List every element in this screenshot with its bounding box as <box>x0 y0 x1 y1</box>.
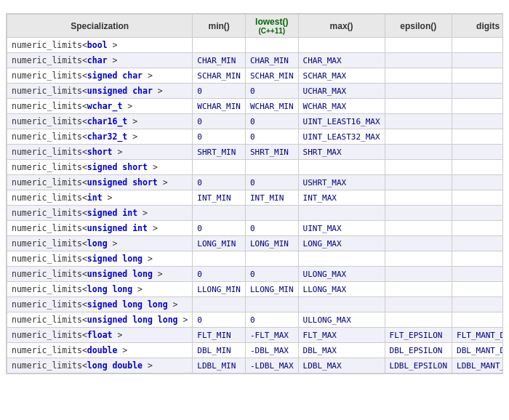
cell-epsilon <box>385 38 452 53</box>
cell-min: WCHAR_MIN <box>193 99 246 114</box>
cell-epsilon <box>385 160 452 175</box>
cell-min <box>193 160 246 175</box>
spec-cell: numeric_limits<char16_t > <box>7 114 193 129</box>
spec-cell: numeric_limits<int > <box>7 190 193 206</box>
cell-digits <box>452 190 503 206</box>
spec-cell: numeric_limits<wchar_t > <box>7 99 193 114</box>
cell-epsilon: DBL_EPSILON <box>385 343 452 358</box>
spec-cell: numeric_limits<bool > <box>7 38 193 53</box>
cell-digits: LDBL_MANT_DIG <box>452 358 503 373</box>
table-row: numeric_limits<short >SHRT_MINSHRT_MINSH… <box>7 145 504 160</box>
cell-digits <box>452 267 503 282</box>
cell-max: SCHAR_MAX <box>298 68 385 84</box>
cell-min: 0 <box>193 114 246 129</box>
spec-cell: numeric_limits<double > <box>7 343 193 358</box>
col-header-specialization: Specialization <box>7 15 193 38</box>
main-table-wrapper: Specialization min() lowest()(C++11) max… <box>6 13 503 374</box>
cell-lowest: -FLT_MAX <box>245 328 298 343</box>
cell-max: LLONG_MAX <box>298 282 385 297</box>
cell-epsilon <box>385 312 452 328</box>
cell-min: DBL_MIN <box>193 343 246 358</box>
cell-digits <box>452 145 503 160</box>
cell-lowest: LONG_MIN <box>245 236 298 251</box>
table-row: numeric_limits<double >DBL_MIN-DBL_MAXDB… <box>7 343 504 358</box>
cell-min <box>193 206 246 221</box>
cell-epsilon <box>385 190 452 206</box>
cell-lowest <box>245 38 298 53</box>
cell-digits <box>452 312 503 328</box>
cell-max <box>298 206 385 221</box>
cell-lowest: 0 <box>245 114 298 129</box>
table-row: numeric_limits<signed int > <box>7 206 504 221</box>
spec-cell: numeric_limits<long long > <box>7 282 193 297</box>
cell-lowest: SCHAR_MIN <box>245 68 298 84</box>
cell-epsilon <box>385 53 452 68</box>
cell-digits <box>452 38 503 53</box>
cell-max: UCHAR_MAX <box>298 84 385 99</box>
spec-cell: numeric_limits<float > <box>7 328 193 343</box>
col-header-epsilon: epsilon() <box>385 15 452 38</box>
table-row: numeric_limits<signed char >SCHAR_MINSCH… <box>7 68 504 84</box>
cell-epsilon: FLT_EPSILON <box>385 328 452 343</box>
table-row: numeric_limits<int >INT_MININT_MININT_MA… <box>7 190 504 206</box>
page-title <box>0 0 509 13</box>
cell-digits: FLT_MANT_DIG <box>452 328 503 343</box>
cell-min: 0 <box>193 312 246 328</box>
cell-min: CHAR_MIN <box>193 53 246 68</box>
cell-epsilon <box>385 68 452 84</box>
cell-min: LLONG_MIN <box>193 282 246 297</box>
cell-digits <box>452 282 503 297</box>
col-header-lowest: lowest()(C++11) <box>245 15 298 38</box>
spec-cell: numeric_limits<char > <box>7 53 193 68</box>
cell-max: CHAR_MAX <box>298 53 385 68</box>
table-row: numeric_limits<long long >LLONG_MINLLONG… <box>7 282 504 297</box>
cell-min: INT_MIN <box>193 190 246 206</box>
cell-lowest: 0 <box>245 312 298 328</box>
cell-epsilon <box>385 251 452 267</box>
table-row: numeric_limits<unsigned int >00UINT_MAX <box>7 221 504 236</box>
cell-digits <box>452 206 503 221</box>
cell-lowest <box>245 160 298 175</box>
cell-max: ULONG_MAX <box>298 267 385 282</box>
cell-epsilon <box>385 114 452 129</box>
cell-max: ULLONG_MAX <box>298 312 385 328</box>
cell-digits <box>452 175 503 190</box>
cell-max <box>298 251 385 267</box>
cell-digits <box>452 221 503 236</box>
cell-epsilon <box>385 236 452 251</box>
cell-min: 0 <box>193 175 246 190</box>
table-row: numeric_limits<signed long long > <box>7 297 504 312</box>
cell-digits <box>452 53 503 68</box>
cell-lowest: -DBL_MAX <box>245 343 298 358</box>
cell-lowest: 0 <box>245 84 298 99</box>
cell-min: LONG_MIN <box>193 236 246 251</box>
col-header-max: max() <box>298 15 385 38</box>
spec-cell: numeric_limits<unsigned char > <box>7 84 193 99</box>
cell-max: SHRT_MAX <box>298 145 385 160</box>
cell-min: LDBL_MIN <box>193 358 246 373</box>
cell-max: LDBL_MAX <box>298 358 385 373</box>
cell-min: SCHAR_MIN <box>193 68 246 84</box>
cell-max <box>298 297 385 312</box>
cell-digits: DBL_MANT_DIG <box>452 343 503 358</box>
spec-cell: numeric_limits<char32_t > <box>7 129 193 145</box>
spec-cell: numeric_limits<signed long long > <box>7 297 193 312</box>
table-row: numeric_limits<bool > <box>7 38 504 53</box>
cell-epsilon <box>385 175 452 190</box>
table-row: numeric_limits<signed long > <box>7 251 504 267</box>
cell-min <box>193 38 246 53</box>
spec-cell: numeric_limits<unsigned int > <box>7 221 193 236</box>
cell-epsilon: LDBL_EPSILON <box>385 358 452 373</box>
cell-min: 0 <box>193 84 246 99</box>
table-row: numeric_limits<unsigned char >00UCHAR_MA… <box>7 84 504 99</box>
cell-lowest <box>245 297 298 312</box>
cell-digits <box>452 236 503 251</box>
cell-epsilon <box>385 282 452 297</box>
cell-epsilon <box>385 145 452 160</box>
cell-min: FLT_MIN <box>193 328 246 343</box>
cell-digits <box>452 297 503 312</box>
cell-lowest: 0 <box>245 175 298 190</box>
cell-epsilon <box>385 99 452 114</box>
cell-epsilon <box>385 129 452 145</box>
col-header-min: min() <box>193 15 246 38</box>
